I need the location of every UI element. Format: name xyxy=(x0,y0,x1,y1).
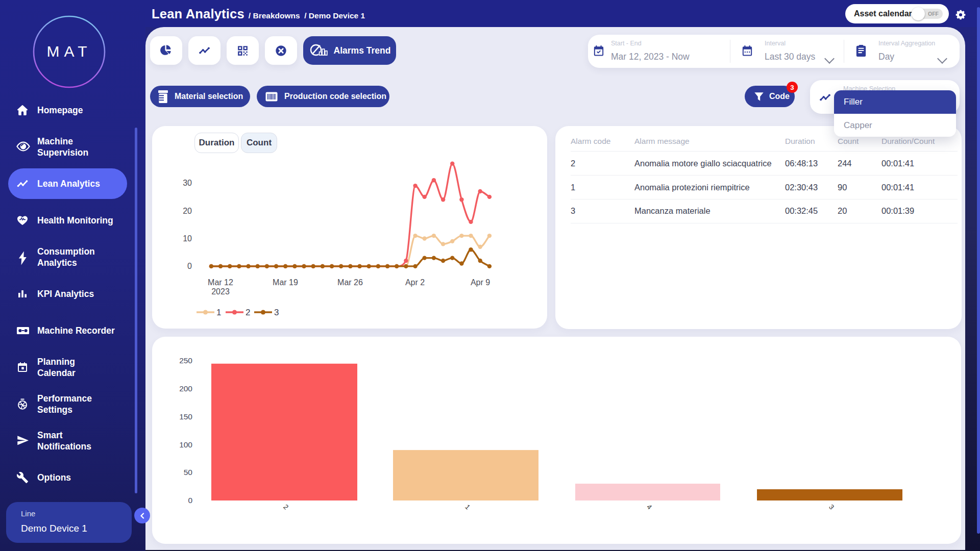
svg-text:20: 20 xyxy=(183,207,192,215)
svg-text:3: 3 xyxy=(827,503,836,511)
svg-text:Mar 26: Mar 26 xyxy=(337,278,363,287)
svg-text:MAT: MAT xyxy=(46,43,91,60)
svg-text:0: 0 xyxy=(188,496,192,505)
svg-text:250: 250 xyxy=(179,356,192,365)
svg-text:0: 0 xyxy=(187,262,192,270)
svg-text:50: 50 xyxy=(184,468,193,477)
svg-text:30: 30 xyxy=(183,179,192,187)
svg-text:Mar 19: Mar 19 xyxy=(273,278,298,287)
svg-text:3: 3 xyxy=(274,308,279,317)
svg-text:Apr 2: Apr 2 xyxy=(405,278,425,287)
svg-text:2: 2 xyxy=(246,308,250,317)
svg-text:4: 4 xyxy=(645,503,653,511)
svg-text:Mar 12: Mar 12 xyxy=(208,278,233,287)
svg-text:2023: 2023 xyxy=(211,287,230,296)
svg-text:2: 2 xyxy=(282,503,290,511)
svg-text:1: 1 xyxy=(216,308,221,317)
svg-text:Apr 9: Apr 9 xyxy=(471,278,490,287)
svg-text:100: 100 xyxy=(179,440,192,449)
svg-text:150: 150 xyxy=(179,412,192,421)
svg-text:200: 200 xyxy=(179,384,192,393)
svg-text:1: 1 xyxy=(463,503,472,511)
svg-text:10: 10 xyxy=(183,234,192,243)
